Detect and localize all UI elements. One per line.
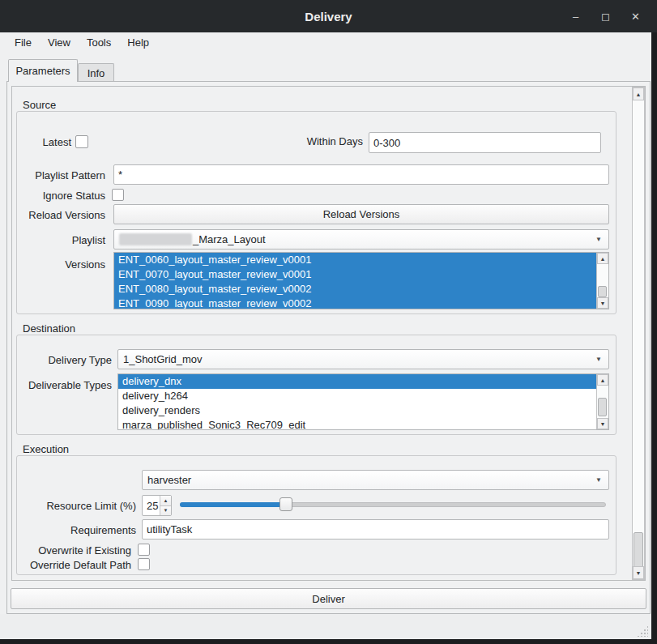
deliverable-list-rows: delivery_dnx delivery_h264 delivery_rend…	[118, 374, 596, 430]
reload-versions-label: Reload Versions	[16, 209, 105, 221]
override-default-path-label: Override Default Path	[16, 559, 131, 571]
latest-label: Latest	[16, 136, 71, 148]
delivery-type-combobox[interactable]: 1_ShotGrid_mov ▼	[117, 349, 609, 369]
scroll-up-icon: ▲	[600, 256, 606, 262]
delivery-type-label: Delivery Type	[15, 354, 112, 366]
resource-limit-slider-handle[interactable]	[279, 497, 292, 511]
overwrite-if-existing-checkbox[interactable]	[138, 544, 150, 556]
spin-up-button[interactable]: ▲	[160, 496, 171, 506]
deliver-button[interactable]: Deliver	[11, 588, 646, 609]
main-scrollbar-thumb[interactable]	[634, 532, 643, 568]
versions-scroll-down-button[interactable]: ▼	[597, 297, 608, 309]
desktop-background	[651, 32, 657, 644]
minimize-button[interactable]: –	[561, 0, 591, 32]
version-item[interactable]: ENT_0070_layout_master_review_v0001	[114, 267, 596, 282]
close-button[interactable]: ✕	[621, 0, 651, 32]
versions-scroll-up-button[interactable]: ▲	[597, 253, 608, 264]
maximize-button[interactable]: ◻	[591, 0, 621, 32]
deliverable-item[interactable]: marza_published_Sonic3_Rec709_edit	[118, 418, 596, 430]
latest-checkbox[interactable]	[75, 135, 88, 148]
resource-limit-slider-fill	[180, 502, 288, 507]
pool-combobox[interactable]: harvester ▼	[142, 470, 609, 490]
delivery-type-value: 1_ShotGrid_mov	[123, 353, 203, 365]
chevron-down-icon: ▼	[595, 476, 602, 484]
version-item[interactable]: ENT_0080_layout_master_review_v0002	[114, 282, 596, 296]
deliverable-types-list: delivery_dnx delivery_h264 delivery_rend…	[117, 373, 609, 430]
versions-scrollbar-thumb[interactable]	[598, 286, 607, 297]
ignore-status-checkbox[interactable]	[112, 189, 124, 201]
reload-versions-button[interactable]: Reload Versions	[113, 204, 609, 224]
maximize-icon: ◻	[601, 11, 610, 22]
scroll-up-icon: ▲	[600, 377, 606, 383]
scroll-down-icon: ▼	[600, 301, 606, 306]
pool-value: harvester	[147, 474, 191, 486]
requirements-input[interactable]	[142, 519, 609, 540]
menu-tools[interactable]: Tools	[79, 35, 119, 50]
deliverable-types-label: Deliverable Types	[15, 379, 112, 391]
resource-limit-label: Resource Limit (%)	[16, 500, 136, 512]
within-days-label: Within Days	[267, 135, 363, 147]
tab-parameters[interactable]: Parameters	[8, 59, 78, 82]
resource-limit-spinbox[interactable]: 25 ▲ ▼	[142, 495, 172, 516]
version-item[interactable]: ENT_0090_layout_master_review_v0002	[114, 296, 596, 309]
overwrite-if-existing-label: Overwrite if Existing	[16, 544, 131, 557]
resize-grip[interactable]	[637, 625, 648, 637]
playlist-label: Playlist	[16, 234, 105, 246]
deliverables-scrollbar-thumb[interactable]	[598, 398, 607, 416]
playlist-pattern-input[interactable]	[113, 164, 609, 185]
requirements-label: Requirements	[16, 524, 136, 536]
window-title: Delivery	[305, 10, 352, 23]
menu-file[interactable]: File	[6, 35, 40, 50]
scroll-up-icon: ▲	[636, 92, 642, 97]
deliverables-scroll-down-button[interactable]: ▼	[597, 418, 608, 429]
menu-view[interactable]: View	[40, 35, 79, 50]
deliverables-scroll-up-button[interactable]: ▲	[597, 374, 608, 386]
tab-info[interactable]: Info	[78, 63, 114, 82]
spin-down-icon: ▼	[164, 508, 169, 513]
main-scroll-down-button[interactable]: ▼	[633, 566, 644, 579]
override-default-path-checkbox[interactable]	[138, 558, 150, 570]
ignore-status-label: Ignore Status	[16, 190, 105, 202]
versions-scrollbar[interactable]: ▲ ▼	[596, 253, 608, 309]
versions-list: ENT_0060_layout_master_review_v0001 ENT_…	[113, 252, 609, 309]
title-bar: Delivery – ◻ ✕	[0, 0, 657, 32]
deliverable-item[interactable]: delivery_dnx	[118, 374, 596, 389]
scroll-down-icon: ▼	[636, 570, 642, 576]
source-group-title: Source	[23, 99, 56, 111]
resource-limit-value: 25	[147, 496, 158, 515]
desktop-background	[0, 639, 657, 644]
within-days-input[interactable]	[369, 132, 601, 153]
execution-group-title: Execution	[23, 443, 69, 455]
delivery-window: Delivery – ◻ ✕ File View Tools Help Para…	[0, 0, 657, 644]
menu-help[interactable]: Help	[119, 35, 157, 50]
versions-label: Versions	[16, 258, 105, 271]
menu-bar: File View Tools Help	[0, 32, 651, 52]
spin-buttons: ▲ ▼	[160, 496, 171, 515]
destination-group-title: Destination	[23, 322, 75, 335]
deliverable-item[interactable]: delivery_renders	[118, 403, 596, 418]
window-controls: – ◻ ✕	[561, 0, 651, 32]
chevron-down-icon: ▼	[595, 356, 602, 363]
versions-list-rows: ENT_0060_layout_master_review_v0001 ENT_…	[114, 253, 596, 309]
spin-up-icon: ▲	[164, 498, 169, 503]
version-item[interactable]: ENT_0060_layout_master_review_v0001	[114, 253, 596, 267]
chevron-down-icon: ▼	[595, 236, 602, 243]
minimize-icon: –	[573, 11, 578, 22]
main-scrollbar[interactable]: ▲ ▼	[632, 87, 645, 580]
close-icon: ✕	[631, 11, 640, 22]
scroll-down-icon: ▼	[600, 421, 606, 427]
deliverables-scrollbar[interactable]: ▲ ▼	[596, 374, 608, 429]
main-scroll-up-button[interactable]: ▲	[633, 87, 644, 100]
playlist-combobox[interactable]: _Marza_Layout ▼	[113, 229, 609, 249]
playlist-value: _Marza_Layout	[193, 233, 266, 245]
spin-down-button[interactable]: ▼	[160, 506, 171, 516]
status-bar	[0, 614, 651, 639]
redacted-text	[119, 233, 192, 245]
deliverable-item[interactable]: delivery_h264	[118, 389, 596, 403]
playlist-pattern-label: Playlist Pattern	[16, 169, 105, 181]
